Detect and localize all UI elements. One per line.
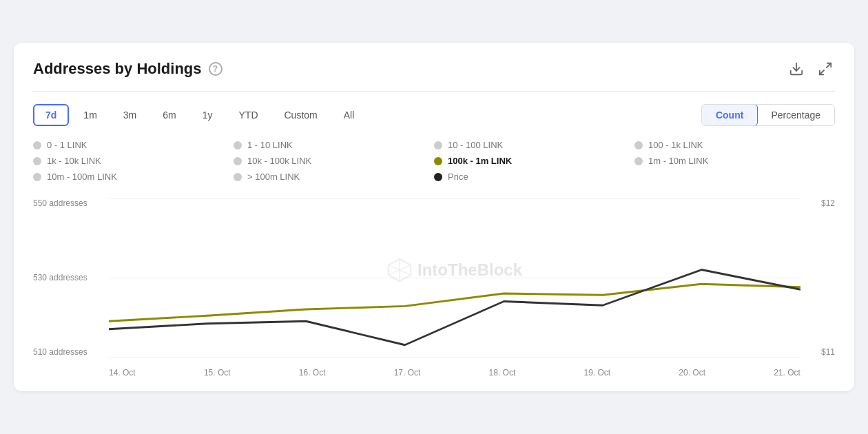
legend-item-1m-10m: 1m - 10m LINK — [634, 156, 835, 166]
legend-dot-1m-10m — [634, 157, 643, 165]
legend-label-10k-100k: 10k - 100k LINK — [247, 156, 311, 166]
legend-dot-10k-100k — [234, 157, 242, 165]
legend-label-0-1: 0 - 1 LINK — [47, 140, 87, 150]
x-label-20oct: 20. Oct — [679, 368, 705, 378]
time-btn-1y[interactable]: 1y — [191, 104, 225, 126]
chart-svg-wrapper: IntoTheBlock — [109, 198, 800, 357]
legend-item-10k-100k: 10k - 100k LINK — [234, 156, 434, 166]
legend-dot-0-1 — [33, 141, 41, 149]
time-btn-all[interactable]: All — [332, 104, 366, 126]
legend-dot-1k-10k — [33, 157, 41, 165]
view-btn-count[interactable]: Count — [701, 104, 758, 126]
x-label-18oct: 18. Oct — [489, 368, 516, 378]
time-btn-ytd[interactable]: YTD — [227, 104, 270, 126]
legend-label-1k-10k: 1k - 10k LINK — [47, 156, 101, 166]
legend-item-0-1: 0 - 1 LINK — [33, 140, 234, 150]
chart-area: 550 addresses 530 addresses 510 addresse… — [33, 198, 835, 378]
time-btn-7d[interactable]: 7d — [33, 104, 69, 126]
y-label-right-bot: $11 — [821, 347, 835, 357]
x-label-16oct: 16. Oct — [299, 368, 326, 378]
legend-label-100-1k: 100 - 1k LINK — [648, 140, 703, 150]
svg-line-2 — [820, 70, 824, 74]
y-label-top: 550 addresses — [33, 198, 87, 208]
legend-item-gt-100m: > 100m LINK — [234, 172, 434, 182]
legend-dot-1-10 — [234, 141, 242, 149]
divider — [33, 91, 835, 92]
legend-dot-10m-100m — [33, 173, 41, 181]
legend-item-10m-100m: 10m - 100m LINK — [33, 172, 234, 182]
legend: 0 - 1 LINK 1 - 10 LINK 10 - 100 LINK 100… — [33, 140, 835, 182]
legend-label-1-10: 1 - 10 LINK — [247, 140, 293, 150]
expand-icon[interactable] — [816, 59, 835, 79]
view-buttons: Count Percentage — [701, 104, 835, 126]
time-btn-1m[interactable]: 1m — [72, 104, 108, 126]
legend-label-1m-10m: 1m - 10m LINK — [648, 156, 708, 166]
legend-item-10-100: 10 - 100 LINK — [434, 140, 634, 150]
svg-line-1 — [827, 63, 831, 68]
view-btn-percentage[interactable]: Percentage — [757, 105, 834, 125]
time-btn-6m[interactable]: 6m — [151, 104, 187, 126]
y-label-right-top: $12 — [821, 198, 835, 208]
legend-item-100-1k: 100 - 1k LINK — [634, 140, 835, 150]
legend-item-price: Price — [434, 172, 634, 182]
x-label-14oct: 14. Oct — [109, 368, 136, 378]
legend-label-price: Price — [448, 172, 468, 182]
x-label-15oct: 15. Oct — [204, 368, 231, 378]
legend-dot-100-1k — [634, 141, 643, 149]
x-label-19oct: 19. Oct — [583, 368, 610, 378]
y-axis-left: 550 addresses 530 addresses 510 addresse… — [33, 198, 87, 378]
help-icon[interactable]: ? — [209, 62, 223, 76]
download-icon[interactable] — [787, 59, 806, 79]
controls: 7d 1m 3m 6m 1y YTD Custom All Count Perc… — [33, 104, 835, 126]
header-right — [787, 59, 835, 79]
dark-line — [109, 270, 800, 345]
chart-svg — [109, 198, 800, 357]
legend-item-1k-10k: 1k - 10k LINK — [33, 156, 234, 166]
x-axis-labels: 14. Oct 15. Oct 16. Oct 17. Oct 18. Oct … — [109, 368, 800, 378]
y-label-bot: 510 addresses — [33, 347, 87, 357]
legend-item-100k-1m: 100k - 1m LINK — [434, 156, 634, 166]
y-axis-right: $12 $11 — [821, 198, 835, 378]
y-label-mid: 530 addresses — [33, 273, 87, 282]
time-buttons: 7d 1m 3m 6m 1y YTD Custom All — [33, 104, 366, 126]
legend-dot-gt-100m — [234, 173, 242, 181]
legend-label-100k-1m: 100k - 1m LINK — [448, 156, 512, 166]
time-btn-custom[interactable]: Custom — [273, 104, 329, 126]
x-label-21oct: 21. Oct — [774, 368, 800, 378]
card: Addresses by Holdings ? — [14, 43, 854, 391]
legend-label-gt-100m: > 100m LINK — [247, 172, 300, 182]
time-btn-3m[interactable]: 3m — [112, 104, 148, 126]
page-title: Addresses by Holdings — [33, 60, 202, 78]
header: Addresses by Holdings ? — [33, 59, 835, 79]
legend-dot-100k-1m — [434, 157, 442, 165]
legend-label-10-100: 10 - 100 LINK — [448, 140, 503, 150]
green-line — [109, 284, 800, 321]
legend-label-10m-100m: 10m - 100m LINK — [47, 172, 117, 182]
legend-dot-10-100 — [434, 141, 442, 149]
legend-item-1-10: 1 - 10 LINK — [234, 140, 434, 150]
grid-line-bot — [109, 357, 800, 358]
header-left: Addresses by Holdings ? — [33, 60, 223, 78]
x-label-17oct: 17. Oct — [394, 368, 421, 378]
legend-dot-price — [434, 173, 442, 181]
